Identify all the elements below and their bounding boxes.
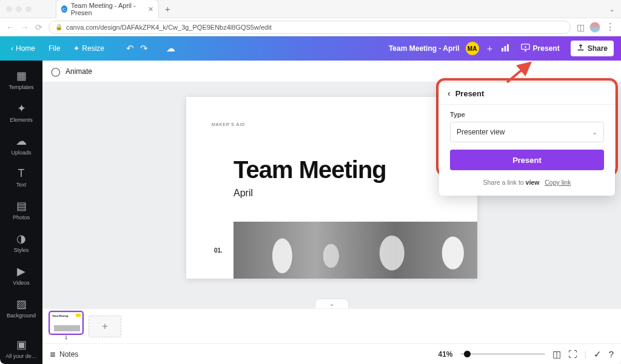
rail-photos[interactable]: ▤Photos bbox=[0, 194, 42, 225]
page-expand-handle[interactable]: ⌄ bbox=[315, 299, 349, 308]
rail-uploads[interactable]: ☁Uploads bbox=[0, 130, 42, 160]
document-title[interactable]: Team Meeting - April bbox=[389, 44, 460, 53]
rail-videos[interactable]: ▶Videos bbox=[0, 260, 42, 291]
present-icon bbox=[521, 43, 530, 54]
templates-icon: ▦ bbox=[16, 69, 27, 82]
user-initials: MA bbox=[468, 45, 477, 52]
svg-rect-4 bbox=[577, 50, 583, 51]
minimize-window-dot[interactable] bbox=[16, 6, 22, 12]
animate-button[interactable]: Animate bbox=[65, 67, 92, 76]
window-titlebar: C Team Meeting - April - Presen ✕ + ⌄ bbox=[0, 0, 621, 18]
editor-footer: ≣ Notes 41% ◫ ⛶ | ✓ ? bbox=[42, 343, 621, 364]
copy-link[interactable]: Copy link bbox=[545, 179, 571, 186]
resize-label: Resize bbox=[82, 44, 104, 53]
checkmark-icon[interactable]: ✓ bbox=[594, 349, 602, 360]
grid-view-icon[interactable]: ◫ bbox=[552, 349, 561, 360]
chevron-down-icon: ⌄ bbox=[592, 128, 597, 136]
videos-icon: ▶ bbox=[17, 265, 25, 278]
zoom-knob[interactable] bbox=[464, 351, 471, 357]
maximize-window-dot[interactable] bbox=[25, 6, 32, 12]
slide-page[interactable]: MAKER'S AID Team Meeting April 01. bbox=[186, 97, 477, 279]
profile-avatar-icon[interactable] bbox=[589, 22, 600, 33]
resize-icon: ✦ bbox=[73, 44, 79, 53]
forward-icon[interactable]: → bbox=[21, 22, 29, 32]
slide-title[interactable]: Team Meeting bbox=[233, 156, 386, 184]
browser-menu-icon[interactable]: ⋮ bbox=[605, 21, 615, 33]
file-menu[interactable]: File bbox=[45, 42, 64, 55]
add-page-button[interactable]: + bbox=[89, 316, 121, 337]
user-avatar-badge[interactable]: MA bbox=[466, 42, 479, 55]
help-icon[interactable]: ? bbox=[609, 349, 614, 359]
present-button[interactable]: Present bbox=[516, 40, 565, 57]
rail-elements[interactable]: ✦Elements bbox=[0, 97, 42, 128]
present-label: Present bbox=[533, 44, 560, 53]
notes-button[interactable]: ≣ Notes bbox=[50, 350, 78, 359]
popover-footer: Share a link to view Copy link bbox=[450, 179, 604, 186]
slide-subtitle[interactable]: April bbox=[233, 188, 253, 199]
rail-all-designs[interactable]: ▣All your de… bbox=[0, 333, 42, 364]
popover-back-icon[interactable]: ‹ bbox=[448, 88, 451, 98]
animate-icon: ◯ bbox=[51, 67, 61, 76]
side-panel: ▦Templates ✦Elements ☁Uploads TText ▤Pho… bbox=[0, 61, 42, 364]
svg-rect-2 bbox=[507, 44, 509, 51]
thumbnail-image-strip bbox=[54, 325, 80, 331]
resize-button[interactable]: ✦ Resize bbox=[70, 42, 108, 55]
tabs-overflow-icon[interactable]: ⌄ bbox=[609, 5, 615, 13]
rail-templates[interactable]: ▦Templates bbox=[0, 64, 42, 95]
reload-icon[interactable]: ⟳ bbox=[35, 22, 42, 32]
insights-icon[interactable] bbox=[500, 43, 510, 55]
cloud-sync-icon[interactable]: ☁ bbox=[166, 43, 175, 54]
fullscreen-icon[interactable]: ⛶ bbox=[568, 349, 577, 359]
browser-tab[interactable]: C Team Meeting - April - Presen ✕ bbox=[56, 0, 159, 18]
add-collaborator-icon[interactable]: ＋ bbox=[485, 43, 494, 55]
tab-title: Team Meeting - April - Presen bbox=[71, 2, 142, 16]
slide-page-number: 01. bbox=[214, 247, 223, 254]
notes-icon: ≣ bbox=[50, 350, 56, 359]
redo-icon[interactable]: ↷ bbox=[140, 43, 148, 54]
tab-close-icon[interactable]: ✕ bbox=[148, 5, 153, 13]
page-thumbnails: Team Meeting 1 + bbox=[42, 308, 621, 343]
traffic-lights bbox=[6, 6, 32, 12]
app-header: ‹ Home File ✦ Resize ↶ ↷ ☁ Team Meeting … bbox=[0, 36, 621, 61]
new-tab-button[interactable]: + bbox=[165, 4, 170, 14]
undo-icon[interactable]: ↶ bbox=[126, 43, 134, 54]
home-button[interactable]: ‹ Home bbox=[7, 42, 39, 55]
text-icon: T bbox=[18, 167, 25, 180]
elements-icon: ✦ bbox=[17, 102, 26, 115]
home-label: Home bbox=[16, 44, 35, 53]
thumbnail-page-1[interactable]: Team Meeting bbox=[50, 312, 82, 334]
share-icon bbox=[577, 44, 585, 53]
close-window-dot[interactable] bbox=[6, 6, 12, 12]
browser-toolbar: ← → ⟳ 🔒 canva.com/design/DAFAkZPK4_k/Cw_… bbox=[0, 18, 621, 36]
zoom-value: 41% bbox=[438, 350, 453, 359]
share-label: Share bbox=[588, 44, 608, 53]
present-start-button[interactable]: Present bbox=[450, 150, 604, 170]
styles-icon: ◑ bbox=[16, 232, 26, 245]
type-label: Type bbox=[450, 111, 604, 118]
background-icon: ▨ bbox=[16, 297, 27, 311]
rail-text[interactable]: TText bbox=[0, 162, 42, 193]
notes-label: Notes bbox=[59, 350, 78, 359]
rail-background[interactable]: ▨Background bbox=[0, 293, 42, 323]
url-text: canva.com/design/DAFAkZPK4_k/Cw_3g_PQE9E… bbox=[66, 24, 272, 31]
back-icon[interactable]: ← bbox=[6, 22, 15, 32]
share-button[interactable]: Share bbox=[571, 41, 614, 56]
address-bar[interactable]: 🔒 canva.com/design/DAFAkZPK4_k/Cw_3g_PQE… bbox=[49, 21, 571, 34]
zoom-slider[interactable] bbox=[460, 353, 545, 355]
presentation-type-select[interactable]: Presenter view ⌄ bbox=[450, 122, 604, 142]
present-popover: ‹ Present Type Presenter view ⌄ Present … bbox=[439, 82, 615, 196]
thumbnail-number: 1 bbox=[64, 334, 67, 340]
slide-eyebrow: MAKER'S AID bbox=[212, 122, 245, 127]
popover-title: Present bbox=[455, 89, 485, 98]
thumbnail-badge bbox=[76, 314, 81, 317]
present-start-label: Present bbox=[512, 156, 542, 165]
canva-favicon-icon: C bbox=[61, 5, 67, 13]
slide-image[interactable] bbox=[233, 222, 477, 279]
extension-icon[interactable]: ◫ bbox=[577, 22, 585, 32]
chevron-left-icon: ‹ bbox=[11, 44, 13, 53]
context-toolbar: ◯ Animate bbox=[42, 61, 621, 82]
apps-icon: ▣ bbox=[16, 338, 27, 351]
svg-rect-0 bbox=[502, 48, 503, 51]
rail-styles[interactable]: ◑Styles bbox=[0, 227, 42, 258]
selected-type: Presenter view bbox=[457, 128, 505, 136]
